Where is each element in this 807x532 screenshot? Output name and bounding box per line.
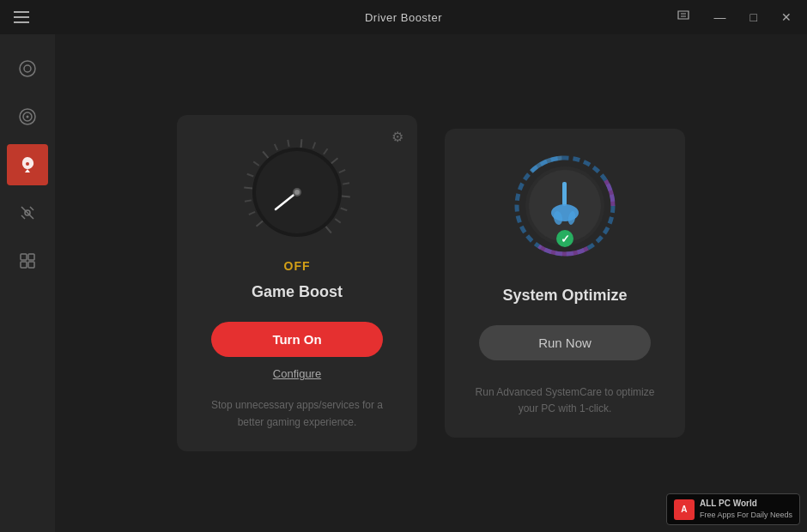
svg-line-24 (312, 142, 315, 149)
minimize-button[interactable]: — (709, 9, 731, 26)
menu-button[interactable] (10, 8, 33, 27)
turn-on-button[interactable]: Turn On (211, 322, 383, 357)
svg-rect-10 (21, 254, 27, 260)
sidebar-item-apps[interactable] (7, 240, 48, 281)
svg-line-25 (324, 149, 328, 155)
svg-line-16 (245, 201, 252, 202)
svg-line-23 (301, 140, 302, 148)
svg-line-8 (30, 207, 33, 210)
system-optimize-title: System Optimize (502, 287, 627, 305)
svg-line-27 (339, 170, 345, 172)
svg-rect-13 (28, 262, 34, 268)
svg-line-15 (249, 212, 255, 215)
svg-line-14 (257, 221, 264, 227)
sidebar-item-dashboard[interactable] (7, 48, 48, 89)
game-boost-card: ⚙ (177, 115, 417, 450)
sidebar-item-boost[interactable] (7, 144, 48, 185)
svg-point-1 (24, 65, 31, 72)
svg-line-26 (331, 158, 338, 163)
maximize-button[interactable]: □ (745, 9, 762, 26)
svg-rect-12 (21, 262, 27, 268)
watermark-text: ALL PC World Free Apps For Daily Needs (700, 498, 792, 521)
svg-line-22 (288, 140, 288, 147)
sidebar-item-target[interactable] (7, 96, 48, 137)
svg-point-0 (20, 61, 35, 76)
game-boost-description: Stop unnecessary apps/services for a bet… (197, 397, 397, 430)
svg-line-29 (342, 196, 350, 197)
app-title: Driver Booster (365, 11, 442, 24)
system-optimize-description: Run Advanced SystemCare to optimize your… (465, 384, 664, 417)
svg-line-31 (335, 219, 341, 223)
svg-line-20 (263, 152, 268, 159)
message-icon[interactable] (671, 8, 695, 27)
svg-line-17 (244, 188, 252, 189)
game-boost-status: OFF (284, 259, 311, 273)
titlebar: Driver Booster — □ ✕ (0, 0, 807, 34)
svg-line-28 (343, 184, 349, 184)
svg-rect-43 (562, 182, 567, 206)
main-layout: ⚙ (0, 34, 807, 532)
system-optimize-card: ✓ System Optimize Run Now Run Advanced S… (445, 129, 685, 438)
configure-link[interactable]: Configure (273, 367, 321, 380)
svg-point-4 (27, 116, 29, 118)
svg-line-32 (325, 227, 331, 233)
svg-point-5 (26, 162, 29, 166)
sidebar-item-tools[interactable] (7, 192, 48, 233)
content-area: ⚙ (55, 34, 807, 532)
close-button[interactable]: ✕ (776, 9, 797, 26)
system-optimize-dial: ✓ (505, 146, 625, 266)
svg-line-21 (275, 144, 277, 150)
svg-line-7 (21, 215, 25, 219)
watermark-logo: A (674, 499, 695, 520)
svg-rect-11 (28, 254, 34, 260)
sidebar (0, 34, 55, 532)
window-controls: — □ ✕ (671, 8, 797, 27)
settings-icon[interactable]: ⚙ (391, 129, 404, 145)
watermark: A ALL PC World Free Apps For Daily Needs (666, 493, 800, 525)
game-boost-dial (237, 132, 357, 252)
svg-line-30 (341, 209, 348, 211)
svg-text:✓: ✓ (561, 233, 570, 245)
svg-line-19 (253, 162, 259, 166)
game-boost-title: Game Boost (252, 283, 343, 301)
run-now-button[interactable]: Run Now (479, 325, 651, 360)
svg-line-18 (247, 174, 254, 177)
svg-point-37 (294, 190, 300, 195)
